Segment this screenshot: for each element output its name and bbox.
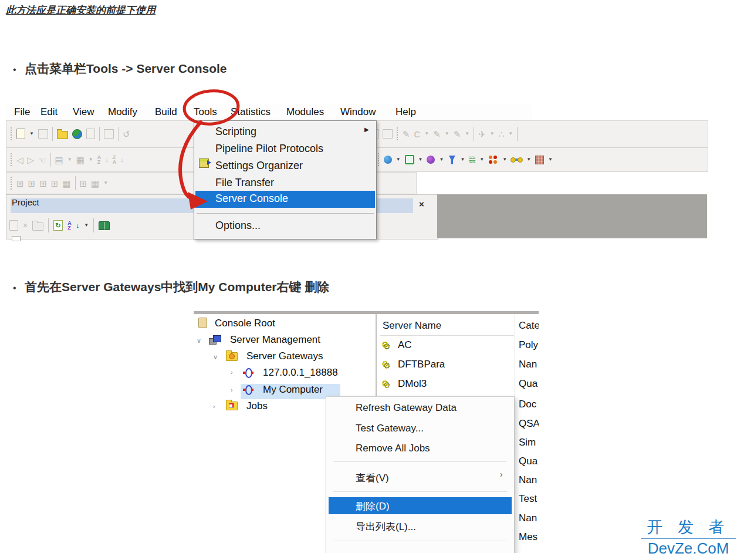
delete-item-icon[interactable]: × [23, 221, 28, 230]
chart-dropdown-icon[interactable]: ▼ [89, 157, 93, 162]
module-dropdown-icon[interactable]: ▼ [479, 157, 484, 162]
column-header-server-name[interactable]: Server Name [383, 320, 441, 332]
sketch-chain-icon[interactable]: ✎ [454, 130, 461, 139]
sketch-ring-icon[interactable]: ✎ [433, 130, 441, 139]
insert-column-left-icon[interactable]: ⊞ [16, 179, 24, 188]
atoms-dropdown-icon[interactable]: ▼ [508, 131, 513, 136]
menu-build[interactable]: Build [155, 106, 177, 118]
menu-help[interactable]: Help [395, 106, 416, 118]
conformers-module-icon[interactable] [469, 156, 475, 163]
undo-icon[interactable]: ↺ [123, 130, 130, 139]
server-row-dmol3[interactable]: DMol3 [398, 378, 427, 390]
amorphous-cell-module-icon[interactable] [405, 155, 414, 164]
toolbar-grip[interactable] [397, 127, 398, 140]
context-item-refresh-gateway-data[interactable]: Refresh Gateway Data [356, 402, 457, 414]
dftb-module-icon[interactable] [535, 156, 544, 164]
sketch-ring-dropdown-icon[interactable]: ▼ [445, 131, 449, 136]
help-book-icon[interactable] [99, 221, 110, 230]
tree-item-jobs[interactable]: Jobs [246, 400, 268, 412]
insert-row-below-icon[interactable]: ⊞ [51, 179, 59, 188]
insert-column-right-icon[interactable]: ⊞ [28, 179, 36, 188]
sketch-atom-icon[interactable]: ✎ [403, 130, 410, 139]
compass-module-icon[interactable] [489, 156, 492, 159]
menu-modules[interactable]: Modules [286, 106, 324, 118]
toolbar-grip[interactable] [11, 127, 12, 140]
module-dropdown-icon[interactable]: ▼ [396, 157, 401, 162]
module-dropdown-icon[interactable]: ▼ [460, 157, 465, 162]
chevron-right-icon[interactable]: › [231, 369, 233, 376]
tree-item-my-computer[interactable]: My Computer [263, 384, 323, 396]
export-icon[interactable] [86, 129, 95, 139]
menu-modify[interactable]: Modify [108, 106, 137, 118]
chevron-right-icon[interactable]: › [213, 403, 215, 410]
context-item-delete[interactable]: 删除(D) [356, 500, 390, 513]
sort-za-icon[interactable]: ZA [113, 155, 117, 164]
calculator-icon[interactable]: ▤ [55, 156, 63, 164]
sort-dropdown-icon[interactable]: ▼ [84, 223, 89, 228]
context-item-view[interactable]: 查看(V) [356, 471, 389, 485]
sort-az-icon[interactable]: AZ [97, 155, 102, 164]
sort-down-icon[interactable]: ↓ [76, 222, 80, 229]
chevron-right-icon[interactable]: › [231, 386, 233, 393]
module-dropdown-icon[interactable]: ▼ [418, 157, 423, 162]
sketch-chain-dropdown-icon[interactable]: ▼ [465, 131, 469, 136]
add-atoms-icon[interactable]: ∴ [499, 130, 505, 139]
column-header-category[interactable]: Cate [519, 320, 539, 332]
3d-box-icon[interactable] [104, 129, 114, 139]
menu-tools[interactable]: Tools [194, 106, 217, 118]
module-dropdown-icon[interactable]: ▼ [548, 157, 553, 162]
toolbar-grip[interactable] [11, 177, 12, 190]
open-icon[interactable] [57, 131, 68, 139]
chevron-down-icon[interactable]: ∨ [197, 337, 201, 345]
menu-item-file-transfer[interactable]: File Transfer [215, 177, 274, 189]
dmol3-module-icon[interactable] [513, 158, 520, 161]
sort-down-icon[interactable]: ↓ [120, 156, 124, 163]
menu-item-settings-organizer[interactable]: Settings Organizer [215, 160, 303, 172]
menu-file[interactable]: File [14, 106, 30, 118]
toolbar-grip[interactable] [378, 153, 379, 166]
context-item-export-list[interactable]: 导出列表(L)... [356, 520, 416, 534]
new-folder-icon[interactable] [32, 222, 43, 231]
insert-row-above-icon[interactable]: ⊞ [39, 179, 47, 188]
blends-module-icon[interactable] [427, 156, 435, 164]
close-icon[interactable]: × [419, 200, 424, 208]
table-properties-icon[interactable]: ▦ [62, 179, 70, 188]
step-back-icon[interactable]: ◁ [16, 156, 23, 164]
select-cells-icon[interactable]: ⊞ [80, 179, 87, 188]
menu-window[interactable]: Window [340, 106, 376, 118]
tree-item-server-gateways[interactable]: Server Gateways [246, 350, 323, 362]
sketch-dropdown-icon[interactable]: ▼ [424, 131, 429, 136]
chart-icon[interactable]: ▦ [76, 156, 84, 164]
calc-dropdown-icon[interactable]: ▼ [67, 157, 72, 162]
module-dropdown-icon[interactable]: ▼ [502, 157, 507, 162]
module-dropdown-icon[interactable]: ▼ [439, 157, 444, 162]
column-divider[interactable] [515, 314, 515, 553]
server-row-ac[interactable]: AC [398, 339, 412, 351]
edit-table-icon[interactable]: ▦ [91, 179, 99, 188]
module-dropdown-icon[interactable]: ▼ [526, 157, 531, 162]
menu-item-options[interactable]: Options... [215, 220, 261, 232]
pick-hand-icon[interactable]: ☜ [38, 156, 46, 164]
menu-view[interactable]: View [73, 106, 94, 118]
server-row-dftbpara[interactable]: DFTBPara [398, 359, 445, 370]
sort-az-color-icon[interactable]: AZ [67, 221, 72, 230]
sketch-arc-icon[interactable]: C [414, 130, 420, 139]
sort-down-icon[interactable]: ↓ [105, 156, 109, 163]
tree-item-console-root[interactable]: Console Root [215, 318, 275, 329]
image-icon[interactable] [383, 129, 393, 139]
castep-module-icon[interactable] [448, 156, 456, 164]
menu-item-pipeline-pilot-protocols[interactable]: Pipeline Pilot Protocols [215, 143, 323, 155]
new-item-icon[interactable] [9, 220, 18, 231]
toolbar-grip[interactable] [11, 153, 12, 166]
menu-item-scripting[interactable]: Scripting [215, 126, 256, 138]
refresh-icon[interactable]: ↻ [53, 220, 63, 231]
table-dropdown-icon[interactable]: ▼ [103, 181, 108, 185]
chevron-down-icon[interactable]: ∨ [213, 353, 218, 361]
context-item-test-gateway[interactable]: Test Gateway... [356, 423, 424, 434]
new-document-dropdown-icon[interactable]: ▼ [29, 131, 34, 136]
save-icon[interactable] [38, 129, 48, 139]
import-icon[interactable] [72, 129, 82, 139]
menu-item-server-console[interactable]: Server Console [215, 193, 288, 205]
clean-dropdown-icon[interactable]: ▼ [490, 131, 495, 136]
menu-statistics[interactable]: Statistics [231, 106, 271, 118]
